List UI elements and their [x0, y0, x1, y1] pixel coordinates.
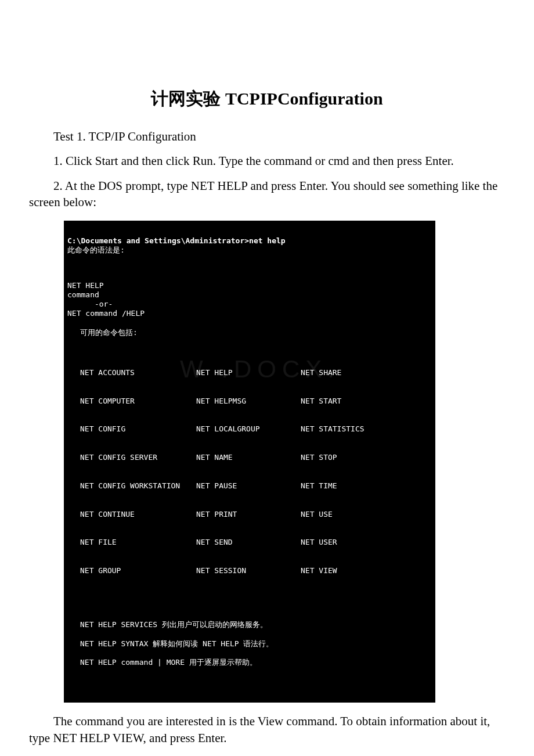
terminal-col2: NET HELP NET HELPMSG NET LOCALGROUP NET … [196, 349, 301, 595]
cmd: NET NAME [196, 453, 301, 462]
cmd: NET HELP [196, 368, 301, 377]
cmd: NET CONFIG [80, 424, 196, 434]
paragraph-step2: 2. At the DOS prompt, type NET HELP and … [29, 178, 505, 211]
cmd: NET SHARE [301, 368, 388, 377]
terminal-usage-4: NET command /HELP [67, 309, 145, 318]
terminal-usage-3: -or- [67, 300, 113, 308]
document-page: 计网实验 TCPIPConfiguration Test 1. TCP/IP C… [0, 87, 534, 756]
cmd: NET TIME [301, 481, 388, 491]
terminal-syntax-label: 此命令的语法是: [67, 246, 125, 254]
paragraph-test-heading: Test 1. TCP/IP Configuration [29, 128, 505, 145]
cmd: NET PRINT [196, 510, 301, 519]
terminal-content: C:\Documents and Settings\Administrator>… [64, 221, 435, 703]
terminal-prompt-line: C:\Documents and Settings\Administrator>… [67, 236, 286, 245]
terminal-command-columns: NET ACCOUNTS NET COMPUTER NET CONFIG NET… [67, 349, 432, 595]
cmd: NET SEND [196, 538, 301, 547]
cmd: NET START [301, 397, 388, 406]
cmd: NET ACCOUNTS [80, 368, 196, 377]
terminal-footer-2: NET HELP SYNTAX 解释如何阅读 NET HELP 语法行。 [67, 639, 432, 649]
paragraph-step1: 1. Click Start and then click Run. Type … [29, 153, 505, 169]
terminal-footer-3: NET HELP command | MORE 用于逐屏显示帮助。 [67, 658, 432, 667]
cmd: NET FILE [80, 538, 196, 547]
cmd: NET CONTINUE [80, 510, 196, 519]
terminal-col1: NET ACCOUNTS NET COMPUTER NET CONFIG NET… [80, 349, 196, 595]
cmd: NET LOCALGROUP [196, 424, 301, 434]
paragraph-view-cmd-note: The command you are interested in is the… [29, 713, 505, 746]
document-title: 计网实验 TCPIPConfiguration [29, 87, 505, 111]
cmd: NET HELPMSG [196, 397, 301, 406]
terminal-usage-1: NET HELP [67, 281, 104, 290]
cmd: NET GROUP [80, 566, 196, 575]
cmd: NET PAUSE [196, 481, 301, 491]
terminal-available-label: 可用的命令包括: [67, 328, 432, 337]
cmd: NET COMPUTER [80, 397, 196, 406]
terminal-col3: NET SHARE NET START NET STATISTICS NET S… [301, 349, 388, 595]
cmd: NET USER [301, 538, 388, 547]
cmd: NET STATISTICS [301, 424, 388, 434]
cmd: NET CONFIG WORKSTATION [80, 481, 196, 491]
terminal-usage-2: command [67, 290, 99, 299]
cmd: NET CONFIG SERVER [80, 453, 196, 462]
cmd: NET USE [301, 510, 388, 519]
terminal-footer-1: NET HELP SERVICES 列出用户可以启动的网络服务。 [67, 620, 432, 629]
cmd: NET VIEW [301, 566, 388, 575]
cmd: NET STOP [301, 453, 388, 462]
cmd: NET SESSION [196, 566, 301, 575]
terminal-screenshot: C:\Documents and Settings\Administrator>… [64, 221, 435, 703]
